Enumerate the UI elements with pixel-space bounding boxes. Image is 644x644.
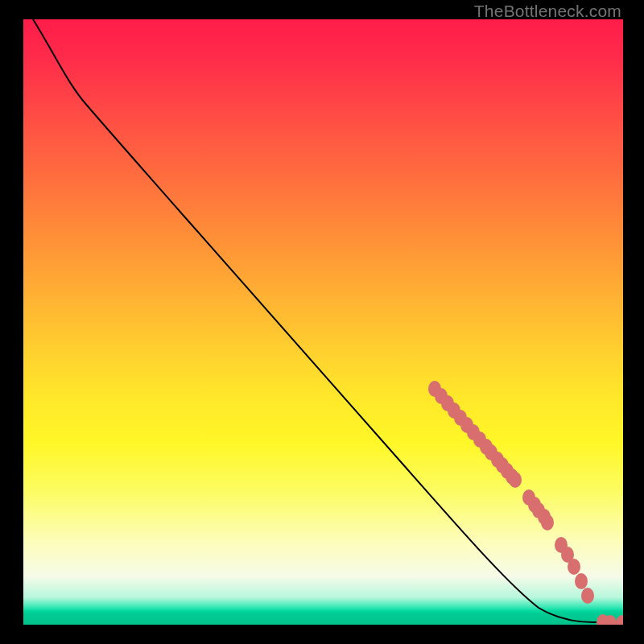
data-marker xyxy=(575,573,588,589)
curve-line xyxy=(33,19,617,622)
data-marker xyxy=(616,615,623,625)
data-marker xyxy=(541,514,554,530)
watermark-text: TheBottleneck.com xyxy=(474,2,621,21)
data-marker xyxy=(568,559,580,575)
marker-group xyxy=(428,381,623,625)
data-marker xyxy=(509,472,522,488)
chart-stage: TheBottleneck.com xyxy=(0,0,644,644)
plot-area xyxy=(23,19,623,625)
chart-svg xyxy=(23,19,623,625)
data-marker xyxy=(581,588,594,604)
